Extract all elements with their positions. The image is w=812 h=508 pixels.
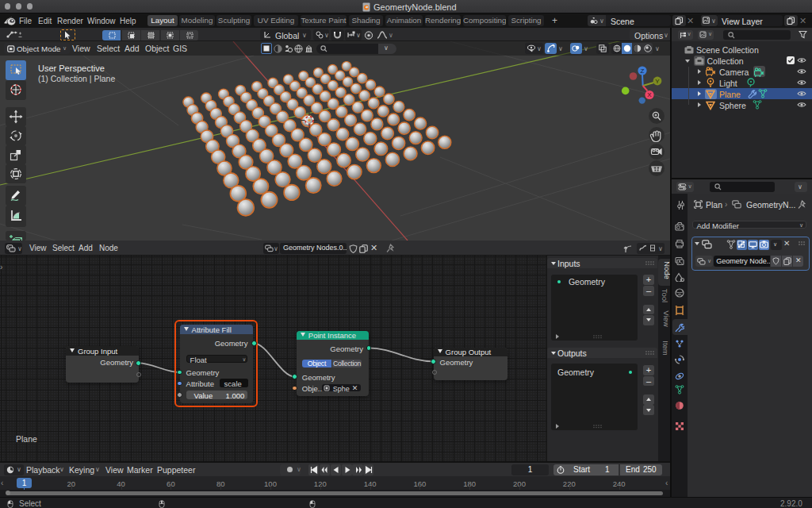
- svg-text:X: X: [647, 91, 652, 98]
- svg-text:Y: Y: [655, 78, 660, 85]
- svg-text:Z: Z: [641, 67, 645, 75]
